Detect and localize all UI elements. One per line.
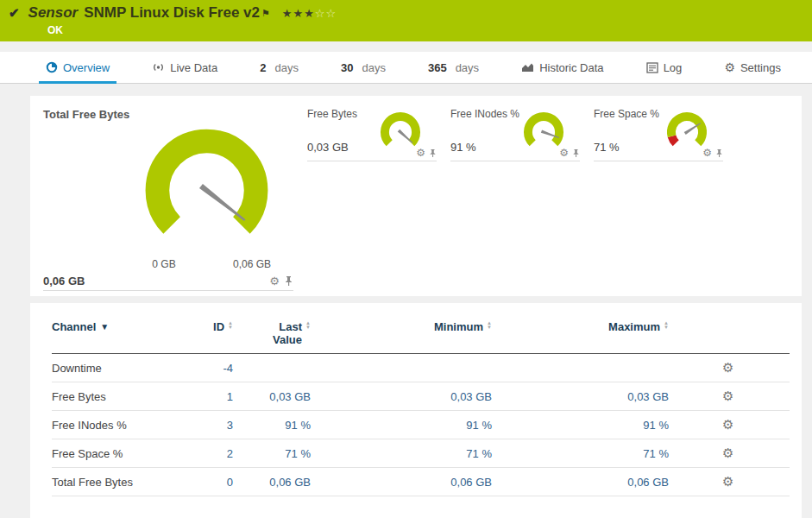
channel-name[interactable]: Free INodes %	[52, 419, 181, 432]
channel-name[interactable]: Downtime	[52, 362, 181, 375]
sort-arrows-icon: ▲▼	[664, 321, 669, 330]
gauge-pin-icon[interactable]	[284, 275, 293, 287]
column-header-id[interactable]: ID ▲▼	[181, 320, 233, 333]
sort-active-caret-icon: ▼	[100, 322, 109, 332]
small-gauge-value: 0,03 GB	[307, 141, 349, 154]
log-list-icon	[646, 62, 658, 73]
gauge-pin-icon[interactable]	[572, 148, 580, 158]
channel-maximum: 0,03 GB	[492, 390, 669, 403]
column-label: Last Value	[262, 320, 302, 346]
tab-30-days[interactable]: 30 days	[334, 52, 393, 83]
channel-id: 2	[181, 447, 233, 460]
flag-icon: ⚑	[261, 8, 270, 19]
small-gauge-block-free-bytes: Free Bytes 0,03 GB ⚙	[307, 108, 437, 161]
tab-label: Overview	[63, 61, 110, 74]
tab-label: Log	[664, 61, 683, 74]
gauges-panel: Total Free Bytes 0 GB 0,06 GB 0,06 GB ⚙	[30, 96, 802, 296]
column-label: Minimum	[434, 320, 483, 333]
sensor-header: ✔ Sensor SNMP Linux Disk Free v2 ⚑ ★★★☆☆…	[0, 0, 812, 41]
total-free-bytes-gauge	[131, 115, 282, 258]
tab-live-data[interactable]: Live Data	[145, 52, 224, 83]
gauge-min-label: 0 GB	[138, 258, 190, 270]
page-title: SNMP Linux Disk Free v2	[84, 4, 260, 22]
tab-label: Historic Data	[539, 61, 603, 74]
channel-id: 0	[181, 476, 233, 489]
tab-overview[interactable]: Overview	[39, 52, 116, 83]
column-header-channel[interactable]: Channel ▼	[52, 320, 181, 333]
small-gauge-block-free-inodes: Free INodes % 91 % ⚙	[450, 108, 580, 161]
tab-log[interactable]: Log	[639, 52, 689, 83]
column-label: Channel	[52, 320, 96, 333]
channel-minimum: 0,06 GB	[311, 476, 492, 489]
small-gauge-value: 71 %	[594, 141, 620, 154]
gauge-settings-icon[interactable]: ⚙	[559, 147, 569, 159]
gauge-max-label: 0,06 GB	[222, 258, 282, 270]
table-row[interactable]: Total Free Bytes 0 0,06 GB 0,06 GB 0,06 …	[52, 468, 790, 496]
settings-gear-icon: ⚙	[724, 60, 735, 74]
table-row[interactable]: Free Bytes 1 0,03 GB 0,03 GB 0,03 GB ⚙	[52, 382, 790, 411]
gauge-pin-icon[interactable]	[429, 148, 437, 158]
channel-last-value: 0,03 GB	[233, 390, 311, 403]
channel-id: 3	[181, 419, 233, 432]
status-ok-check-icon: ✔	[9, 5, 20, 21]
tab-day-number: 30	[341, 61, 353, 74]
sensor-status-badge: OK	[47, 24, 812, 36]
tab-day-number: 365	[428, 61, 447, 74]
tab-2-days[interactable]: 2 days	[253, 52, 305, 83]
channel-minimum: 71 %	[311, 447, 492, 460]
column-header-minimum[interactable]: Minimum ▲▼	[311, 320, 492, 333]
channel-name[interactable]: Total Free Bytes	[52, 476, 181, 489]
tab-label: days	[362, 61, 385, 74]
channel-last-value: 0,06 GB	[233, 476, 311, 489]
channel-last-value: 71 %	[233, 447, 311, 460]
channel-settings-icon[interactable]: ⚙	[722, 474, 733, 489]
tab-label: Settings	[740, 61, 781, 74]
object-kind-label: Sensor	[28, 4, 79, 22]
tab-label: Live Data	[170, 61, 217, 74]
table-header-row: Channel ▼ ID ▲▼ Last Value ▲▼ Minimum ▲▼…	[52, 313, 790, 354]
live-data-broadcast-icon	[152, 61, 165, 73]
small-gauge-block-free-space: Free Space % 71 % ⚙	[594, 108, 723, 161]
channel-settings-icon[interactable]: ⚙	[722, 388, 733, 403]
channel-minimum: 91 %	[311, 419, 492, 432]
channel-table-panel: Channel ▼ ID ▲▼ Last Value ▲▼ Minimum ▲▼…	[30, 303, 802, 518]
gauge-settings-icon[interactable]: ⚙	[416, 147, 425, 159]
channel-settings-icon[interactable]: ⚙	[722, 445, 733, 460]
column-header-last-value[interactable]: Last Value ▲▼	[233, 320, 311, 346]
tab-365-days[interactable]: 365 days	[421, 52, 486, 83]
channel-id: -4	[181, 362, 233, 375]
tab-label: days	[274, 61, 298, 74]
historic-chart-icon	[521, 61, 534, 73]
overview-gauge-icon	[46, 61, 58, 73]
channel-maximum: 71 %	[492, 447, 669, 460]
column-header-maximum[interactable]: Maximum ▲▼	[492, 320, 669, 333]
channel-name[interactable]: Free Bytes	[52, 390, 181, 403]
table-row[interactable]: Free Space % 2 71 % 71 % 71 % ⚙	[52, 439, 790, 468]
small-gauge-value: 91 %	[450, 141, 476, 154]
priority-star-rating[interactable]: ★★★☆☆	[282, 7, 337, 20]
tab-label: days	[456, 61, 479, 74]
channel-name[interactable]: Free Space %	[52, 447, 181, 460]
channel-maximum: 91 %	[492, 419, 669, 432]
tab-historic-data[interactable]: Historic Data	[514, 52, 610, 83]
tab-day-number: 2	[260, 61, 266, 74]
gauge-pin-icon[interactable]	[715, 148, 723, 158]
tab-bar: Overview Live Data 2 days 30 days 365 da…	[0, 52, 812, 84]
channel-minimum: 0,03 GB	[311, 390, 492, 403]
table-row[interactable]: Downtime -4 ⚙	[52, 354, 790, 382]
channel-maximum: 0,06 GB	[492, 476, 669, 489]
channel-settings-icon[interactable]: ⚙	[722, 417, 733, 432]
gauge-settings-icon[interactable]: ⚙	[702, 147, 712, 159]
column-label: ID	[213, 320, 224, 333]
tab-settings[interactable]: ⚙ Settings	[717, 52, 788, 83]
main-gauge-value: 0,06 GB	[43, 275, 85, 287]
channel-settings-icon[interactable]: ⚙	[722, 360, 733, 375]
channel-last-value: 91 %	[233, 419, 311, 432]
gauge-settings-icon[interactable]: ⚙	[269, 275, 280, 287]
table-row[interactable]: Free INodes % 3 91 % 91 % 91 % ⚙	[52, 411, 790, 439]
stars-filled[interactable]: ★★★	[282, 7, 315, 20]
channel-id: 1	[181, 390, 233, 403]
main-gauge-block: Total Free Bytes 0 GB 0,06 GB 0,06 GB ⚙	[43, 108, 293, 291]
column-label: Maximum	[608, 320, 660, 333]
stars-empty[interactable]: ☆☆	[315, 7, 337, 20]
